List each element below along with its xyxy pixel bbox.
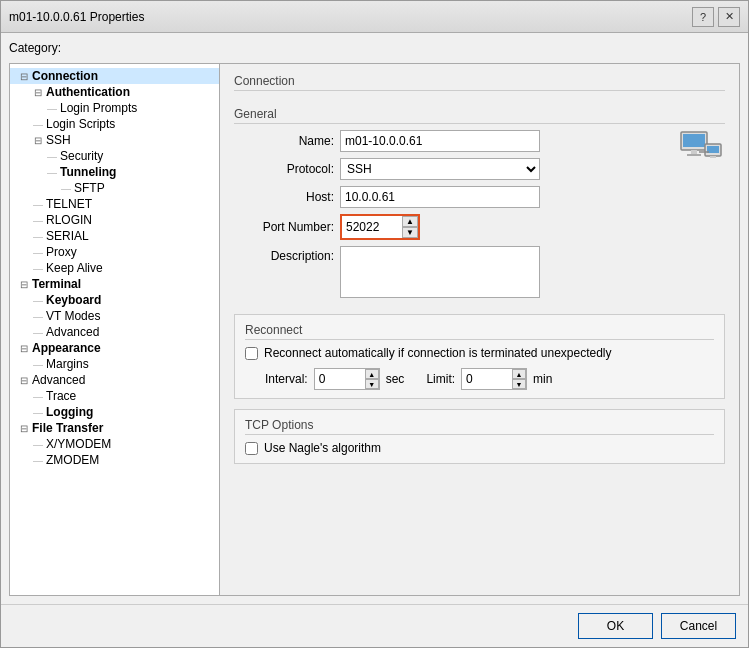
tree-item-margins[interactable]: —Margins	[10, 356, 219, 372]
limit-up-btn[interactable]: ▲	[512, 369, 526, 379]
tree-item-advanced2[interactable]: ⊟Advanced	[10, 372, 219, 388]
svg-rect-3	[687, 154, 701, 156]
tree-item-file-transfer[interactable]: ⊟File Transfer	[10, 420, 219, 436]
tree-label-advanced2: Advanced	[32, 373, 85, 387]
tcp-checkbox[interactable]	[245, 442, 258, 455]
tree-label-serial: SERIAL	[46, 229, 89, 243]
tree-item-logging[interactable]: —Logging	[10, 404, 219, 420]
protocol-select[interactable]: SSH Telnet Serial SFTP	[340, 158, 540, 180]
limit-input-wrapper: ▲ ▼	[461, 368, 527, 390]
tree-item-zmodem[interactable]: —ZMODEM	[10, 452, 219, 468]
port-label: Port Number:	[234, 220, 334, 234]
cancel-button[interactable]: Cancel	[661, 613, 736, 639]
title-bar-buttons: ? ✕	[692, 7, 740, 27]
port-up-btn[interactable]: ▲	[402, 216, 418, 227]
tcp-title: TCP Options	[245, 418, 714, 435]
general-title: General	[234, 107, 725, 124]
limit-label: Limit:	[426, 372, 455, 386]
tree-item-rlogin[interactable]: —RLOGIN	[10, 212, 219, 228]
min-label: min	[533, 372, 552, 386]
port-group: Port Number: ▲ ▼	[234, 214, 677, 240]
reconnect-label: Reconnect automatically if connection is…	[264, 346, 612, 360]
interval-up-btn[interactable]: ▲	[365, 369, 379, 379]
tree-item-security[interactable]: —Security	[10, 148, 219, 164]
window-title: m01-10.0.0.61 Properties	[9, 10, 144, 24]
tree-item-ssh[interactable]: ⊟SSH	[10, 132, 219, 148]
tree-item-authentication[interactable]: ⊟Authentication	[10, 84, 219, 100]
tree-label-file-transfer: File Transfer	[32, 421, 103, 435]
description-group: Description:	[234, 246, 677, 298]
expand-icon-ssh[interactable]: ⊟	[30, 135, 46, 146]
limit-down-btn[interactable]: ▼	[512, 379, 526, 389]
expand-icon-connection[interactable]: ⊟	[16, 71, 32, 82]
ok-button[interactable]: OK	[578, 613, 653, 639]
dialog-window: m01-10.0.0.61 Properties ? ✕ Category: ⊟…	[0, 0, 749, 648]
tree-item-keyboard[interactable]: —Keyboard	[10, 292, 219, 308]
expand-icon-appearance[interactable]: ⊟	[16, 343, 32, 354]
port-down-btn[interactable]: ▼	[402, 227, 418, 238]
tree-label-advanced: Advanced	[46, 325, 99, 339]
dialog-body: Category: ⊟Connection⊟Authentication—Log…	[1, 33, 748, 604]
expand-icon-advanced2[interactable]: ⊟	[16, 375, 32, 386]
limit-input[interactable]	[462, 369, 512, 389]
tree-label-authentication: Authentication	[46, 85, 130, 99]
description-input[interactable]	[340, 246, 540, 298]
tree-item-proxy[interactable]: —Proxy	[10, 244, 219, 260]
help-button[interactable]: ?	[692, 7, 714, 27]
host-label: Host:	[234, 190, 334, 204]
svg-rect-2	[691, 150, 697, 154]
reconnect-checkbox[interactable]	[245, 347, 258, 360]
host-input[interactable]	[340, 186, 540, 208]
tree-item-advanced[interactable]: —Advanced	[10, 324, 219, 340]
tree-label-terminal: Terminal	[32, 277, 81, 291]
limit-spinner: ▲ ▼	[512, 369, 526, 389]
general-section: General Name: Protocol:	[234, 107, 725, 304]
protocol-label: Protocol:	[234, 162, 334, 176]
interval-input[interactable]	[315, 369, 365, 389]
tree-item-keep-alive[interactable]: —Keep Alive	[10, 260, 219, 276]
interval-down-btn[interactable]: ▼	[365, 379, 379, 389]
reconnect-row: Reconnect automatically if connection is…	[245, 346, 714, 360]
tree-label-login-scripts: Login Scripts	[46, 117, 115, 131]
tree-label-zmodem: ZMODEM	[46, 453, 99, 467]
expand-icon-file-transfer[interactable]: ⊟	[16, 423, 32, 434]
tree-item-serial[interactable]: —SERIAL	[10, 228, 219, 244]
tree-label-xymodem: X/YMODEM	[46, 437, 111, 451]
sec-label: sec	[386, 372, 405, 386]
network-icon	[677, 130, 725, 170]
tree-item-login-scripts[interactable]: —Login Scripts	[10, 116, 219, 132]
tree-item-connection[interactable]: ⊟Connection	[10, 68, 219, 84]
tcp-section: TCP Options Use Nagle's algorithm	[234, 409, 725, 464]
tree-item-telnet[interactable]: —TELNET	[10, 196, 219, 212]
category-label: Category:	[9, 41, 740, 55]
name-label: Name:	[234, 134, 334, 148]
title-bar: m01-10.0.0.61 Properties ? ✕	[1, 1, 748, 33]
tree-label-appearance: Appearance	[32, 341, 101, 355]
general-fields: Name: Protocol: SSH Telnet Serial	[234, 130, 677, 304]
tree-item-trace[interactable]: —Trace	[10, 388, 219, 404]
expand-icon-terminal[interactable]: ⊟	[16, 279, 32, 290]
tree-item-vt-modes[interactable]: —VT Modes	[10, 308, 219, 324]
interval-input-wrapper: ▲ ▼	[314, 368, 380, 390]
close-button[interactable]: ✕	[718, 7, 740, 27]
description-label: Description:	[234, 246, 334, 263]
tree-item-sftp[interactable]: —SFTP	[10, 180, 219, 196]
port-input-wrapper: ▲ ▼	[340, 214, 420, 240]
tree-label-tunneling: Tunneling	[60, 165, 116, 179]
name-input[interactable]	[340, 130, 540, 152]
tree-item-appearance[interactable]: ⊟Appearance	[10, 340, 219, 356]
tree-item-terminal[interactable]: ⊟Terminal	[10, 276, 219, 292]
tree-item-login-prompts[interactable]: —Login Prompts	[10, 100, 219, 116]
expand-icon-authentication[interactable]: ⊟	[30, 87, 46, 98]
tree-label-telnet: TELNET	[46, 197, 92, 211]
tree-label-proxy: Proxy	[46, 245, 77, 259]
tree-item-tunneling[interactable]: —Tunneling	[10, 164, 219, 180]
tree-label-security: Security	[60, 149, 103, 163]
tree-label-logging: Logging	[46, 405, 93, 419]
tree-label-vt-modes: VT Modes	[46, 309, 100, 323]
port-input[interactable]	[342, 216, 402, 238]
tree-label-login-prompts: Login Prompts	[60, 101, 137, 115]
tree-label-trace: Trace	[46, 389, 76, 403]
tree-label-keyboard: Keyboard	[46, 293, 101, 307]
tree-item-xymodem[interactable]: —X/YMODEM	[10, 436, 219, 452]
